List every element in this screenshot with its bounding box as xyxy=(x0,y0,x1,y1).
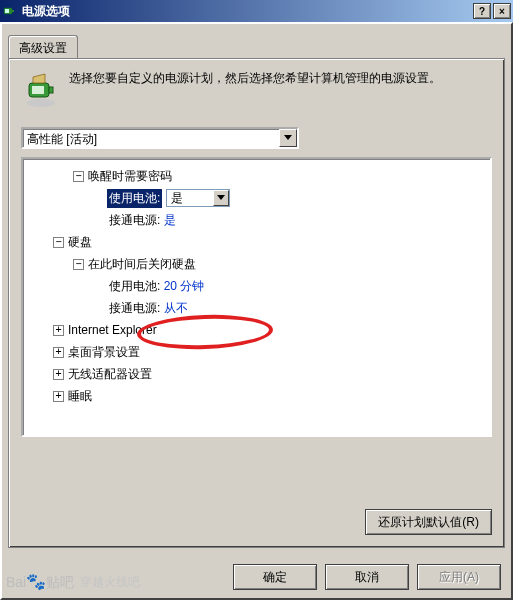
power-plan-icon xyxy=(21,69,61,109)
paw-icon: 🐾 xyxy=(26,573,46,590)
tab-advanced-settings[interactable]: 高级设置 xyxy=(8,35,78,59)
ok-button[interactable]: 确定 xyxy=(233,564,317,590)
expand-icon[interactable]: + xyxy=(53,325,64,336)
help-button[interactable]: ? xyxy=(473,3,491,19)
collapse-icon[interactable]: − xyxy=(73,259,84,270)
expand-icon[interactable]: + xyxy=(53,347,64,358)
tree-node-hdd-plugged[interactable]: 接通电源: 从不 xyxy=(27,297,486,319)
watermark: Bai🐾贴吧 穿越火线吧 xyxy=(6,572,140,592)
tree-node-wake-password[interactable]: − 唤醒时需要密码 xyxy=(27,165,486,187)
wake-plugged-value[interactable]: 是 xyxy=(164,212,176,229)
dialog-buttons: 确定 取消 应用(A) xyxy=(233,564,501,590)
plan-selector-dropdown-button[interactable] xyxy=(279,129,297,147)
watermark-brand: Bai🐾贴吧 xyxy=(6,572,74,592)
tree-node-ie[interactable]: + Internet Explorer xyxy=(27,319,486,341)
dropdown-button[interactable] xyxy=(213,190,229,206)
restore-defaults-button[interactable]: 还原计划默认值(R) xyxy=(365,509,492,535)
expand-icon[interactable]: + xyxy=(53,391,64,402)
window-body: 高级设置 选择您要自定义的电源计划，然后选择您希望计算机管理的电源设置。 高性能… xyxy=(0,22,513,600)
svg-rect-6 xyxy=(32,86,44,94)
tree-node-wireless[interactable]: + 无线适配器设置 xyxy=(27,363,486,385)
tree-node-desktop-bg[interactable]: + 桌面背景设置 xyxy=(27,341,486,363)
app-icon xyxy=(2,3,18,19)
svg-rect-2 xyxy=(5,9,9,13)
tree-node-hdd-on-battery[interactable]: 使用电池: 20 分钟 xyxy=(27,275,486,297)
cancel-button[interactable]: 取消 xyxy=(325,564,409,590)
hdd-plugged-value[interactable]: 从不 xyxy=(164,300,188,317)
svg-rect-1 xyxy=(12,10,14,12)
watermark-sub: 穿越火线吧 xyxy=(80,574,140,591)
tree-node-sleep[interactable]: + 睡眠 xyxy=(27,385,486,407)
collapse-icon[interactable]: − xyxy=(53,237,64,248)
intro-block: 选择您要自定义的电源计划，然后选择您希望计算机管理的电源设置。 xyxy=(21,69,492,109)
collapse-icon[interactable]: − xyxy=(73,171,84,182)
window-title: 电源选项 xyxy=(22,3,471,20)
close-button[interactable]: × xyxy=(493,3,511,19)
settings-tree[interactable]: − 唤醒时需要密码 使用电池: 是 接通电源: 是 xyxy=(21,157,492,437)
plan-selector-value: 高性能 [活动] xyxy=(23,129,279,147)
title-bar: 电源选项 ? × xyxy=(0,0,513,22)
tree-node-hdd[interactable]: − 硬盘 xyxy=(27,231,486,253)
selected-label: 使用电池: xyxy=(107,189,162,208)
expand-icon[interactable]: + xyxy=(53,369,64,380)
apply-button[interactable]: 应用(A) xyxy=(417,564,501,590)
intro-text: 选择您要自定义的电源计划，然后选择您希望计算机管理的电源设置。 xyxy=(69,69,441,109)
restore-row: 还原计划默认值(R) xyxy=(365,509,492,535)
tree-node-wake-on-battery[interactable]: 使用电池: 是 xyxy=(27,187,486,209)
tree-node-hdd-turnoff[interactable]: − 在此时间后关闭硬盘 xyxy=(27,253,486,275)
svg-point-3 xyxy=(27,99,55,107)
tab-panel: 选择您要自定义的电源计划，然后选择您希望计算机管理的电源设置。 高性能 [活动]… xyxy=(8,58,505,548)
chevron-down-icon xyxy=(217,195,225,201)
hdd-on-battery-value[interactable]: 20 分钟 xyxy=(164,278,205,295)
tree-node-wake-plugged[interactable]: 接通电源: 是 xyxy=(27,209,486,231)
svg-rect-5 xyxy=(49,87,53,93)
plan-selector[interactable]: 高性能 [活动] xyxy=(21,127,299,149)
tab-strip: 高级设置 xyxy=(8,34,505,58)
chevron-down-icon xyxy=(284,135,292,141)
wake-on-battery-dropdown[interactable]: 是 xyxy=(166,189,230,207)
